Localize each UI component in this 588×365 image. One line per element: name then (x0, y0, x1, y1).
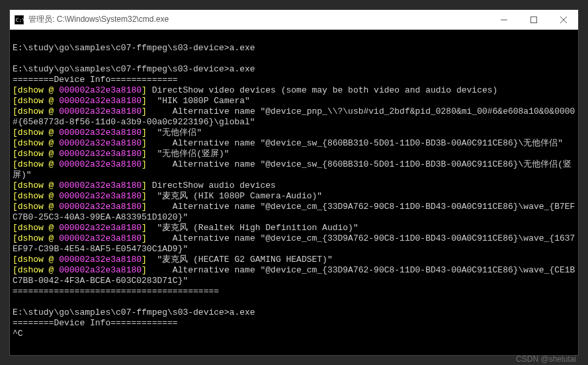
terminal-line (13, 32, 575, 43)
maximize-icon (530, 17, 537, 23)
window-title: 管理员: C:\Windows\System32\cmd.exe (28, 14, 489, 25)
terminal-line: [dshow @ 000002a32e3a8180] "麦克风 (HECATE … (13, 255, 575, 265)
terminal-line: E:\study\go\samples\c07-ffmpeg\s03-devic… (13, 43, 575, 54)
minimize-button[interactable] (489, 10, 519, 29)
terminal-line: [dshow @ 000002a32e3a8180] Alternative n… (13, 202, 575, 223)
watermark: CSDN @shelutai (516, 354, 576, 364)
terminal-line: [dshow @ 000002a32e3a8180] DirectShow vi… (13, 85, 575, 96)
close-button[interactable] (548, 10, 578, 29)
terminal-line: [dshow @ 000002a32e3a8180] "无他伴侣(竖屏)" (13, 149, 575, 159)
terminal-line: E:\study\go\samples\c07-ffmpeg\s03-devic… (13, 307, 575, 318)
maximize-button[interactable] (519, 10, 548, 29)
terminal-line: ^C (13, 329, 575, 339)
terminal-line: ======================================== (13, 286, 575, 297)
terminal-line: [dshow @ 000002a32e3a8180] Alternative n… (13, 159, 575, 181)
terminal-line: [dshow @ 000002a32e3a8180] Alternative n… (13, 233, 575, 255)
terminal-line: ========Device Info============= (13, 75, 575, 85)
terminal-line (13, 297, 575, 307)
close-icon (560, 17, 567, 23)
window-controls (489, 10, 578, 29)
terminal-line: [dshow @ 000002a32e3a8180] Alternative n… (13, 106, 575, 128)
titlebar[interactable]: C:\ 管理员: C:\Windows\System32\cmd.exe (10, 10, 578, 30)
terminal-line: [dshow @ 000002a32e3a8180] "无他伴侣" (13, 128, 575, 138)
terminal-line: [dshow @ 000002a32e3a8180] "HIK 1080P Ca… (13, 96, 575, 106)
minimize-icon (501, 17, 507, 23)
terminal-line: [dshow @ 000002a32e3a8180] DirectShow au… (13, 181, 575, 191)
terminal-line: [dshow @ 000002a32e3a8180] Alternative n… (13, 138, 575, 149)
svg-rect-3 (530, 17, 536, 22)
terminal-line (13, 54, 575, 64)
terminal-line: ========Device Info============= (13, 318, 575, 329)
terminal-line: E:\study\go\samples\c07-ffmpeg\s03-devic… (13, 64, 575, 75)
terminal-line: [dshow @ 000002a32e3a8180] "麦克风 (HIK 108… (13, 191, 575, 202)
terminal-output[interactable]: E:\study\go\samples\c07-ffmpeg\s03-devic… (10, 30, 578, 355)
svg-text:C:\: C:\ (16, 17, 24, 22)
terminal-line: [dshow @ 000002a32e3a8180] Alternative n… (13, 265, 575, 286)
terminal-line: [dshow @ 000002a32e3a8180] "麦克风 (Realtek… (13, 223, 575, 233)
cmd-icon: C:\ (14, 15, 24, 25)
command-prompt-window: C:\ 管理员: C:\Windows\System32\cmd.exe E:\… (9, 9, 579, 356)
